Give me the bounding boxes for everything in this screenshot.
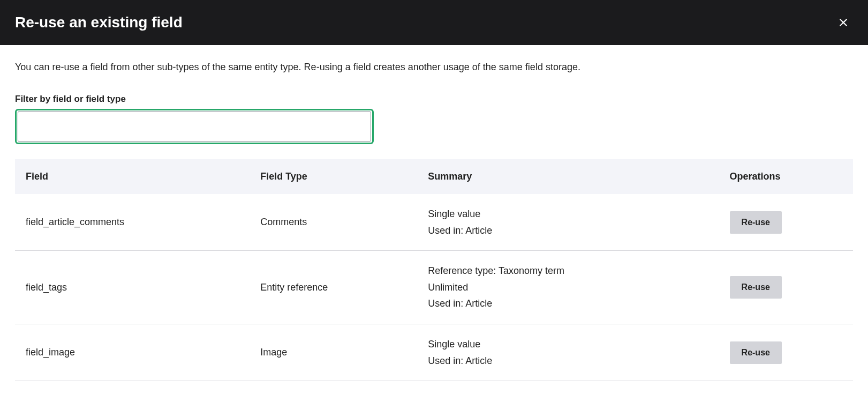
summary-line: Used in: Article xyxy=(428,295,708,312)
cell-type: Comments xyxy=(250,194,417,251)
cell-operations: Re-use xyxy=(719,194,853,251)
filter-label: Filter by field or field type xyxy=(15,94,853,105)
table-row: field_imageImageSingle valueUsed in: Art… xyxy=(15,324,853,381)
modal-header: Re-use an existing field xyxy=(0,0,868,45)
modal-body: You can re-use a field from other sub-ty… xyxy=(0,45,868,394)
cell-summary: Reference type: Taxonomy termUnlimitedUs… xyxy=(417,251,719,324)
cell-operations: Re-use xyxy=(719,324,853,381)
filter-focus-ring xyxy=(15,109,374,144)
column-header-operations: Operations xyxy=(719,159,853,194)
summary-line: Used in: Article xyxy=(428,353,708,369)
cell-summary: Single valueUsed in: Article xyxy=(417,324,719,381)
reuse-button[interactable]: Re-use xyxy=(730,341,782,364)
cell-field: field_article_comments xyxy=(15,194,250,251)
column-header-summary: Summary xyxy=(417,159,719,194)
cell-type: Image xyxy=(250,324,417,381)
fields-table: Field Field Type Summary Operations fiel… xyxy=(15,159,853,381)
close-icon xyxy=(838,17,849,28)
summary-line: Unlimited xyxy=(428,279,708,296)
cell-operations: Re-use xyxy=(719,251,853,324)
column-header-type: Field Type xyxy=(250,159,417,194)
cell-type: Entity reference xyxy=(250,251,417,324)
table-row: field_tagsEntity referenceReference type… xyxy=(15,251,853,324)
cell-summary: Single valueUsed in: Article xyxy=(417,194,719,251)
summary-line: Used in: Article xyxy=(428,222,708,239)
close-button[interactable] xyxy=(834,13,853,32)
filter-input[interactable] xyxy=(18,111,371,142)
reuse-button[interactable]: Re-use xyxy=(730,211,782,234)
summary-line: Single value xyxy=(428,336,708,353)
table-row: field_article_commentsCommentsSingle val… xyxy=(15,194,853,251)
column-header-field: Field xyxy=(15,159,250,194)
cell-field: field_image xyxy=(15,324,250,381)
modal-title: Re-use an existing field xyxy=(15,14,183,31)
description-text: You can re-use a field from other sub-ty… xyxy=(15,60,853,75)
summary-line: Reference type: Taxonomy term xyxy=(428,263,708,279)
cell-field: field_tags xyxy=(15,251,250,324)
reuse-button[interactable]: Re-use xyxy=(730,276,782,299)
summary-line: Single value xyxy=(428,206,708,222)
